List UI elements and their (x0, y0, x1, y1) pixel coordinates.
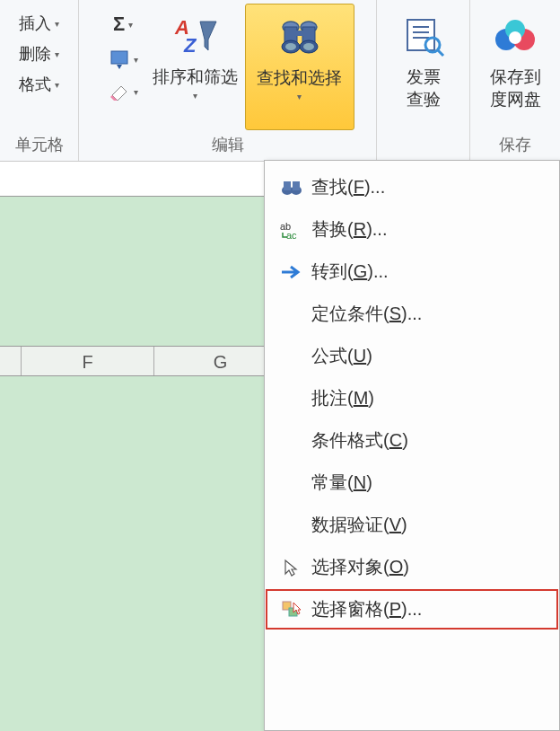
svg-rect-25 (293, 181, 300, 190)
invoice-verify-button[interactable]: 发票 查验 (395, 4, 452, 133)
menu-constants-label: 常量(N) (311, 471, 552, 495)
menu-formulas-label: 公式(U) (311, 344, 552, 368)
find-select-label: 查找和选择 (257, 67, 342, 90)
sort-filter-button[interactable]: A Z 排序和筛选 ▾ (145, 4, 245, 130)
insert-button[interactable]: 插入 ▾ (17, 11, 61, 36)
eraser-icon (109, 83, 130, 101)
menu-goto-special-label: 定位条件(S)... (311, 302, 552, 326)
binoculars-icon (275, 14, 325, 59)
sort-filter-label: 排序和筛选 (153, 66, 238, 89)
autosum-button[interactable]: Σ ▾ (111, 11, 135, 38)
invoice-search-icon (402, 14, 445, 57)
menu-goto[interactable]: 转到(G)... (265, 251, 559, 293)
editing-group-label: 编辑 (81, 130, 374, 161)
arrow-right-icon (272, 263, 311, 281)
editing-group: Σ ▾ ▾ ▾ (79, 0, 377, 161)
chevron-down-icon: ▾ (297, 92, 302, 101)
svg-line-17 (438, 50, 443, 56)
clear-button[interactable]: ▾ (107, 81, 140, 102)
svg-rect-24 (284, 181, 291, 190)
menu-constants[interactable]: 常量(N) (265, 462, 559, 504)
sort-filter-icon: A Z (171, 14, 218, 57)
chevron-down-icon: ▾ (55, 49, 59, 59)
menu-comments-label: 批注(M) (311, 386, 552, 410)
menu-replace-label: 替换(R)... (311, 217, 552, 242)
cells-group: 插入 ▾ 删除 ▾ 格式 ▾ 单元格 (0, 0, 79, 161)
svg-rect-11 (296, 31, 303, 36)
svg-point-9 (285, 43, 296, 50)
cursor-icon (272, 558, 311, 577)
row-header-corner[interactable] (0, 347, 22, 375)
ribbon: 插入 ▾ 删除 ▾ 格式 ▾ 单元格 Σ ▾ (0, 0, 560, 162)
find-select-dropdown: 查找(F)... abac 替换(R)... 转到(G)... 定位条件(S).… (264, 160, 560, 731)
menu-goto-label: 转到(G)... (311, 260, 552, 284)
menu-comments[interactable]: 批注(M) (265, 377, 559, 419)
selection-pane-icon (272, 600, 311, 620)
format-label: 格式 (19, 74, 51, 95)
insert-label: 插入 (19, 13, 51, 34)
svg-rect-12 (407, 20, 434, 50)
svg-rect-0 (111, 51, 127, 64)
menu-formulas[interactable]: 公式(U) (265, 335, 559, 377)
svg-point-21 (509, 31, 521, 44)
format-button[interactable]: 格式 ▾ (17, 72, 61, 97)
menu-selection-pane-label: 选择窗格(P)... (311, 597, 552, 621)
menu-select-objects[interactable]: 选择对象(O) (265, 546, 559, 588)
binoculars-small-icon (272, 178, 311, 198)
chevron-down-icon: ▾ (55, 80, 59, 90)
sigma-icon: Σ (113, 13, 125, 36)
svg-text:ac: ac (286, 230, 297, 240)
invoice-group: 发票 查验 (377, 0, 470, 161)
menu-select-objects-label: 选择对象(O) (311, 555, 552, 579)
delete-label: 删除 (19, 43, 51, 65)
chevron-down-icon: ▾ (193, 91, 197, 101)
menu-find[interactable]: 查找(F)... (265, 166, 559, 208)
menu-data-validation[interactable]: 数据验证(V) (265, 504, 559, 546)
fill-button[interactable]: ▾ (107, 47, 140, 72)
menu-replace[interactable]: abac 替换(R)... (265, 208, 559, 251)
save-cloud-group: 保存到 度网盘 保存 (470, 0, 560, 161)
menu-selection-pane[interactable]: 选择窗格(P)... (265, 588, 559, 630)
cells-group-label: 单元格 (2, 130, 76, 161)
fill-down-icon (109, 48, 130, 70)
chevron-down-icon: ▾ (134, 87, 138, 97)
chevron-down-icon: ▾ (134, 55, 138, 65)
menu-find-label: 查找(F)... (311, 175, 552, 199)
svg-point-10 (303, 43, 314, 50)
menu-goto-special[interactable]: 定位条件(S)... (265, 293, 559, 335)
invoice-label: 发票 查验 (407, 66, 441, 110)
invoice-group-label (379, 133, 468, 161)
chevron-down-icon: ▾ (128, 20, 133, 30)
menu-conditional-formatting[interactable]: 条件格式(C) (265, 419, 559, 462)
find-select-button[interactable]: 查找和选择 ▾ (245, 4, 354, 130)
save-to-cloud-button[interactable]: 保存到 度网盘 (483, 4, 548, 130)
save-group-label: 保存 (472, 130, 558, 161)
svg-text:Z: Z (183, 34, 197, 57)
replace-icon: abac (272, 220, 311, 240)
menu-cond-fmt-label: 条件格式(C) (311, 428, 552, 453)
chevron-down-icon: ▾ (55, 19, 59, 29)
column-header-f[interactable]: F (22, 347, 154, 375)
save-cloud-label: 保存到 度网盘 (490, 66, 541, 110)
cloud-icon (493, 16, 538, 56)
delete-button[interactable]: 删除 ▾ (17, 41, 61, 66)
menu-data-valid-label: 数据验证(V) (311, 513, 552, 537)
